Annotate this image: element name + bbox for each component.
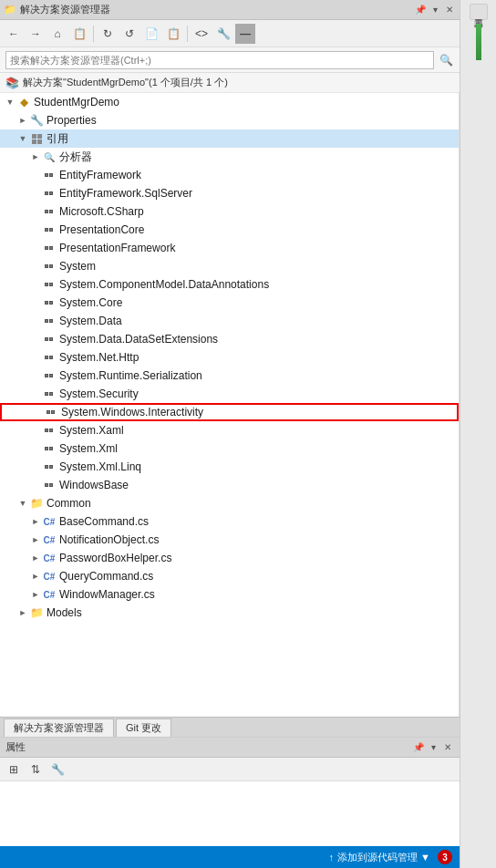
pin-toolbar-button[interactable]: 📋: [69, 24, 89, 44]
tree-item-syscore[interactable]: ▶ System.Core: [0, 294, 459, 312]
status-arrow-up: ↑: [329, 852, 335, 863]
reference-icon: [42, 478, 57, 492]
tree-item-models[interactable]: ► 📁 Models: [0, 604, 459, 622]
tree-item-passwordbox[interactable]: ► C# PasswordBoxHelper.cs: [0, 549, 459, 567]
wrench-button[interactable]: 🔧: [47, 760, 67, 780]
tree-label: System.Data.DataSetExtensions: [59, 333, 218, 346]
tree-label: PresentationCore: [59, 223, 144, 236]
copy-button[interactable]: 📄: [141, 24, 161, 44]
tree-item-syswininteract[interactable]: ▶ System.Windows.Interactivity: [0, 403, 459, 421]
properties-dock-button[interactable]: ▾: [427, 741, 439, 754]
tree-label: PasswordBoxHelper.cs: [59, 552, 171, 564]
back-button[interactable]: ←: [4, 24, 24, 44]
tree-label: StudentMgrDemo: [34, 96, 119, 108]
properties-pin-button[interactable]: 📌: [412, 741, 425, 754]
sidebar-indicator: [476, 24, 481, 60]
tree-item-sysdata[interactable]: ▶ System.Data: [0, 312, 459, 330]
tree-item-studentmgrdemo[interactable]: ▼ ◆ StudentMgrDemo: [0, 93, 459, 111]
tree-label: System.Net.Http: [59, 351, 139, 364]
search-input[interactable]: [5, 51, 434, 69]
close-button[interactable]: ✕: [443, 4, 456, 16]
tree-item-mscsharp[interactable]: ▶ Microsoft.CSharp: [0, 202, 459, 221]
tree-item-syssec[interactable]: ▶ System.Security: [0, 385, 459, 403]
reference-icon: [42, 259, 57, 274]
references-icon: [29, 131, 44, 146]
tree-item-analyzer[interactable]: ► 🔍 分析器: [0, 148, 459, 166]
redo-button[interactable]: ↺: [119, 24, 140, 44]
home-button[interactable]: ⌂: [47, 24, 67, 44]
tree-item-syscompmodel[interactable]: ▶ System.ComponentModel.DataAnnotations: [0, 275, 459, 294]
tree-item-properties[interactable]: ► 🔧 Properties: [0, 111, 459, 129]
tree-item-ef[interactable]: ▶ EntityFramework: [0, 166, 459, 184]
forward-button[interactable]: →: [26, 24, 46, 44]
cs-icon: C#: [42, 532, 57, 547]
properties-close-button[interactable]: ✕: [441, 741, 454, 754]
tree-item-presfw[interactable]: ▶ PresentationFramework: [0, 239, 459, 257]
tree-item-sysdataext[interactable]: ▶ System.Data.DataSetExtensions: [0, 330, 459, 348]
tree-label: WindowsBase: [59, 479, 129, 491]
toolbar: ← → ⌂ 📋 ↻ ↺ 📄 📋 <> 🔧 —: [0, 20, 460, 47]
tab-git-changes[interactable]: Git 更改: [116, 718, 171, 737]
sort-button[interactable]: ⇅: [26, 760, 46, 780]
toolbox-tab[interactable]: 工具箱: [470, 4, 488, 20]
reference-icon: [42, 460, 57, 474]
tree-label: WindowManager.cs: [59, 588, 155, 601]
folder-icon: 📁: [29, 496, 44, 511]
tree-label: System.Data: [59, 315, 122, 327]
title-text: 解决方案资源管理器: [20, 3, 110, 16]
tree-label: PresentationFramework: [59, 242, 175, 254]
tree-item-sysxmllinq[interactable]: ▶ System.Xml.Linq: [0, 458, 459, 476]
tree-label: System.Core: [59, 296, 122, 309]
properties-content: [0, 781, 460, 846]
tree-label: 引用: [46, 131, 68, 147]
code-button[interactable]: <>: [191, 24, 212, 44]
tree-item-sysnet[interactable]: ▶ System.Net.Http: [0, 348, 459, 367]
status-text: ↑ 添加到源代码管理 ▼: [329, 851, 430, 864]
paste-button[interactable]: 📋: [163, 24, 183, 44]
grid-view-button[interactable]: ⊞: [4, 760, 24, 780]
title-bar: 📁 解决方案资源管理器 📌 ▾ ✕: [0, 0, 460, 20]
tree-label: System.Xml: [59, 442, 118, 455]
status-bar: ↑ 添加到源代码管理 ▼ 3: [0, 846, 460, 868]
folder-icon: 📁: [29, 605, 44, 620]
solution-icon: 📚: [5, 77, 19, 89]
tab-label: 解决方案资源管理器: [14, 721, 104, 735]
tree-label: System.Xaml: [59, 424, 124, 437]
reference-icon: [42, 314, 57, 328]
tree-label: BaseCommand.cs: [59, 515, 149, 528]
tree-item-common[interactable]: ▼ 📁 Common: [0, 494, 459, 512]
properties-title-controls: 📌 ▾ ✕: [412, 741, 454, 754]
tree-label: EntityFramework.SqlServer: [59, 187, 192, 200]
right-sidebar: 工具箱: [460, 0, 496, 868]
tree-label: QueryCommand.cs: [59, 570, 153, 583]
tree-item-notitication[interactable]: ► C# NotificationObject.cs: [0, 531, 459, 549]
expand-icon: ▼: [4, 96, 16, 108]
title-bar-left: 📁 解决方案资源管理器: [4, 3, 110, 16]
tree-item-prescore[interactable]: ▶ PresentationCore: [0, 221, 459, 239]
search-icon[interactable]: 🔍: [438, 52, 454, 68]
tree-item-winbase[interactable]: ▶ WindowsBase: [0, 476, 459, 494]
dock-button[interactable]: ▾: [429, 4, 441, 16]
tab-solution-explorer[interactable]: 解决方案资源管理器: [4, 718, 114, 737]
reference-icon: [42, 168, 57, 182]
refresh-button[interactable]: ↻: [98, 24, 118, 44]
tree-item-efsql[interactable]: ▶ EntityFramework.SqlServer: [0, 184, 459, 202]
settings-button[interactable]: 🔧: [213, 24, 233, 44]
pin-button[interactable]: 📌: [414, 4, 427, 16]
tree-item-sysruntime[interactable]: ▶ System.Runtime.Serialization: [0, 367, 459, 385]
tree-item-system[interactable]: ▶ System: [0, 257, 459, 275]
tree-label: Common: [46, 497, 91, 510]
tree-item-sysxml[interactable]: ▶ System.Xml: [0, 439, 459, 458]
tree-item-basecommand[interactable]: ► C# BaseCommand.cs: [0, 512, 459, 531]
title-bar-right: 📌 ▾ ✕: [414, 4, 456, 16]
minus-button[interactable]: —: [235, 24, 255, 44]
tree-item-references[interactable]: ▼ 引用: [0, 129, 459, 148]
tree-item-windowmgr[interactable]: ► C# WindowManager.cs: [0, 585, 459, 604]
status-label: 添加到源代码管理 ▼: [337, 851, 430, 864]
tree-view: ▼ ◆ StudentMgrDemo ► 🔧 Properties ▼: [0, 93, 460, 717]
tree-label: Microsoft.CSharp: [59, 205, 144, 218]
reference-icon: [42, 368, 57, 383]
tree-item-querycommand[interactable]: ► C# QueryCommand.cs: [0, 567, 459, 585]
reference-icon: [42, 186, 57, 201]
tree-item-sysxaml[interactable]: ▶ System.Xaml: [0, 421, 459, 439]
